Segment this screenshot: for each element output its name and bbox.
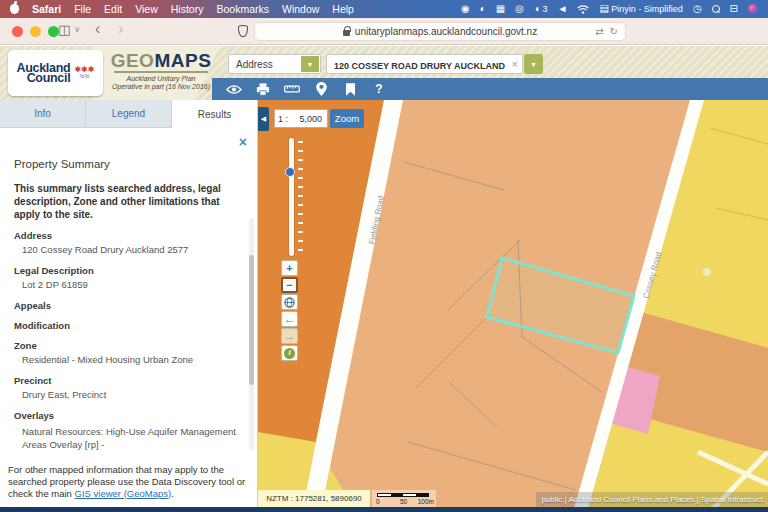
volume-icon[interactable]: ◄ [557, 4, 567, 14]
scale-bar-mid: 50 [400, 498, 407, 505]
location-pin-icon[interactable] [313, 82, 329, 97]
scale-label: 1 : [278, 114, 288, 124]
section-label: Address [14, 230, 257, 241]
section-label: Overlays [14, 410, 257, 421]
gis-viewer-link[interactable]: GIS viewer (GeoMaps) [75, 488, 172, 499]
search-category-select[interactable]: Address ▼ [228, 54, 321, 74]
panel-scroll-area[interactable]: Property Summary This summary lists sear… [0, 128, 257, 450]
menu-status-area: ◉ ◐ ▦ ◎ ◖ 3 ◄ ▤ Pinyin - Simplified ◷ ⊟ [461, 4, 758, 14]
privacy-shield-icon[interactable] [238, 25, 248, 37]
help-icon[interactable]: ? [371, 82, 387, 97]
search-field: × [326, 54, 523, 74]
menu-help[interactable]: Help [332, 3, 354, 15]
zoom-button[interactable]: Zoom [330, 109, 364, 128]
close-panel-icon[interactable]: × [239, 136, 247, 148]
map-attribution: public | Auckland Council Plans and Plac… [536, 492, 768, 507]
brand-subtitle-1: Auckland Unitary Plan [110, 75, 212, 83]
identify-info-button[interactable]: i [281, 345, 298, 361]
zoom-slider-handle[interactable] [285, 167, 295, 177]
scale-bar-end: 100m [418, 498, 434, 505]
scale-input[interactable] [288, 114, 322, 124]
translate-icon[interactable]: ⇄ [595, 26, 603, 37]
measure-icon[interactable] [284, 82, 300, 97]
tab-legend[interactable]: Legend [86, 100, 172, 128]
menu-edit[interactable]: Edit [104, 3, 122, 15]
print-icon[interactable] [255, 82, 271, 97]
tab-info[interactable]: Info [0, 100, 86, 128]
section-legal-description: Legal Description Lot 2 DP 61859 [0, 265, 257, 291]
close-window-button[interactable] [12, 26, 23, 37]
auckland-council-logo[interactable]: Auckland Council ✱✱✱ ≈≈ [8, 50, 103, 96]
sidebar-icon: ◫ [58, 22, 70, 37]
address-bar[interactable]: unitaryplanmaps.aucklandcouncil.govt.nz … [254, 22, 626, 41]
council-wordmark: Auckland Council [17, 63, 71, 83]
window-controls [12, 26, 59, 37]
section-appeals: Appeals [0, 300, 257, 311]
section-value: Lot 2 DP 61859 [22, 279, 243, 291]
section-label: Precinct [14, 375, 257, 386]
section-address: Address 120 Cossey Road Drury Auckland 2… [0, 230, 257, 256]
reload-icon[interactable]: ↻ [610, 26, 618, 37]
geomaps-brand: GEOMAPS Auckland Unitary Plan Operative … [110, 51, 212, 91]
grid-app-icon[interactable]: ▦ [496, 4, 505, 14]
section-value: 120 Cossey Road Drury Auckland 2577 [22, 244, 243, 256]
spotlight-icon[interactable] [712, 5, 720, 13]
category-dropdown-button[interactable]: ▼ [301, 56, 319, 72]
chat-status[interactable]: ◖ 3 [534, 4, 548, 14]
menu-file[interactable]: File [74, 3, 91, 15]
scale-bar-start: 0 [376, 498, 380, 505]
menu-history[interactable]: History [171, 3, 204, 15]
zoom-slider-ticks [298, 141, 303, 254]
menu-safari[interactable]: Safari [32, 3, 61, 15]
menu-bookmarks[interactable]: Bookmarks [216, 3, 269, 15]
map-canvas[interactable]: Fielding Road Cossey Road [258, 100, 768, 512]
previous-extent-button[interactable]: ← [281, 311, 298, 327]
panel-title: Property Summary [14, 158, 257, 170]
brand-subtitle-2: Operative in part (16 Nov 2016) [110, 83, 212, 91]
wifi-icon[interactable] [577, 5, 589, 14]
section-value: Drury East, Precinct [22, 389, 243, 401]
brand-divider [114, 71, 208, 73]
minimize-window-button[interactable] [30, 26, 41, 37]
full-extent-icon[interactable] [281, 294, 298, 310]
map-viewport[interactable]: Fielding Road Cossey Road ◀ 1 : Zoom + −… [258, 100, 768, 512]
collapse-panel-button[interactable]: ◀ [258, 107, 269, 131]
zoom-out-button[interactable]: − [281, 277, 298, 293]
panel-scrollbar-thumb[interactable] [249, 255, 254, 385]
search-input[interactable] [327, 57, 522, 75]
macos-menu-bar: Safari File Edit View History Bookmarks … [0, 0, 768, 18]
forward-button[interactable]: › [118, 20, 123, 38]
info-icon: i [284, 348, 295, 359]
section-label: Legal Description [14, 265, 257, 276]
search-options-button[interactable]: ▼ [524, 54, 543, 74]
apple-menu-icon[interactable] [10, 4, 19, 14]
lock-icon [343, 30, 350, 36]
clock-icon[interactable]: ◷ [693, 4, 702, 14]
binoculars-icon[interactable]: ◎ [515, 4, 524, 14]
app-status-icon[interactable]: ◐ [480, 4, 486, 14]
menu-window[interactable]: Window [282, 3, 319, 15]
search-category-value: Address [236, 59, 273, 70]
section-value: Residential - Mixed Housing Urban Zone [22, 354, 243, 366]
panel-tabs: Info Legend Results [0, 100, 258, 128]
visibility-layers-icon[interactable] [226, 82, 242, 97]
url-text: unitaryplanmaps.aucklandcouncil.govt.nz [355, 26, 537, 37]
sidebar-toggle[interactable]: ◫ ∨ [58, 22, 80, 37]
section-label: Modification [14, 320, 257, 331]
zoom-slider-track[interactable] [289, 138, 294, 256]
section-label: Appeals [14, 300, 257, 311]
siri-icon[interactable] [748, 4, 758, 14]
clear-search-icon[interactable]: × [512, 58, 518, 71]
zoom-in-button[interactable]: + [281, 260, 298, 276]
tab-results[interactable]: Results [172, 100, 258, 128]
window-bottom-edge [0, 507, 768, 512]
brand-geo: GEO [111, 50, 155, 71]
back-button[interactable]: ‹ [95, 20, 100, 38]
menu-view[interactable]: View [135, 3, 158, 15]
screen-mirroring-icon[interactable]: ◉ [461, 4, 470, 14]
next-extent-button[interactable]: → [281, 328, 298, 344]
scale-control: 1 : Zoom [274, 109, 364, 128]
control-center-icon[interactable]: ⊟ [730, 4, 738, 14]
input-source[interactable]: ▤ Pinyin - Simplified [599, 4, 683, 14]
bookmark-icon[interactable] [342, 82, 358, 97]
